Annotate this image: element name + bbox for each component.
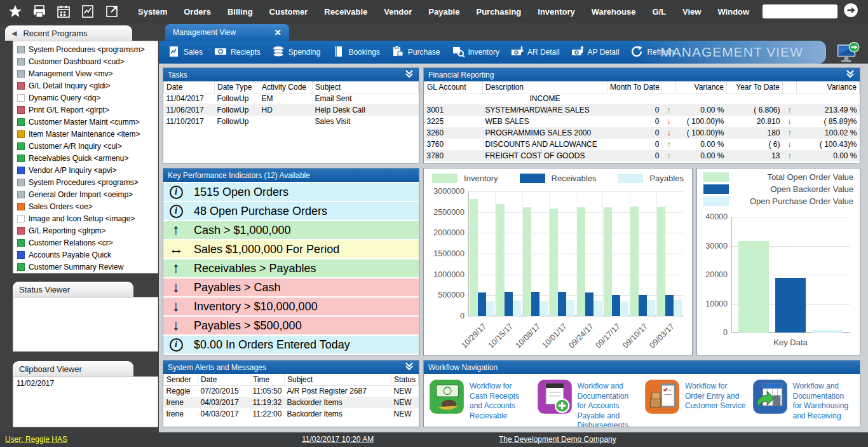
column-header[interactable]: GL Account [424, 81, 483, 93]
recent-program-item[interactable]: System Procedures <programsm> [15, 43, 158, 55]
column-header[interactable]: Year To Date [727, 81, 783, 93]
recent-program-item[interactable]: Customer Relations <cr> [15, 237, 158, 249]
kpi-row[interactable]: ↔Sales $1,000,000 For Period [163, 240, 419, 258]
status-user-link[interactable]: User: Reggie HAS [5, 435, 67, 444]
menu-gl[interactable]: G/L [644, 2, 674, 22]
column-header[interactable]: Date [164, 81, 215, 93]
menu-inventory[interactable]: Inventory [529, 2, 583, 22]
clipboard-viewer-tab[interactable]: Clipboard Viewer [13, 361, 133, 376]
recent-program-item[interactable]: Customer Summary Review [15, 261, 158, 273]
recent-program-item[interactable]: Receivables Quick <armenu> [15, 152, 158, 164]
menu-payable[interactable]: Payable [420, 2, 468, 22]
menu-purchasing[interactable]: Purchasing [468, 2, 529, 22]
sales-button[interactable]: Sales [161, 43, 208, 62]
kpi-row[interactable]: ↑Receivables > Payables [163, 259, 419, 277]
kpi-row[interactable]: ↓Payables > Cash [163, 279, 419, 296]
column-header[interactable]: Variance [797, 81, 860, 93]
column-header[interactable]: Month To Date [607, 81, 662, 93]
recent-program-item[interactable]: Customer Dashboard <cud> [15, 55, 158, 67]
workflow-item[interactable]: Workflow and Documentation for Warehousi… [752, 379, 855, 427]
purchase-button[interactable]: Purchase [386, 43, 446, 62]
column-header[interactable]: Date Type [215, 81, 259, 93]
table-row[interactable]: 3760DISCOUNTS AND ALLOWANCE0↑0.00 %( 6)↓… [424, 139, 860, 150]
column-header[interactable] [783, 81, 797, 93]
column-header[interactable]: Subject [285, 374, 391, 385]
tab-close-icon[interactable]: ✕ [274, 27, 281, 38]
menu-system[interactable]: System [130, 2, 175, 22]
recent-program-item[interactable]: Dynamic Query <dq> [15, 92, 158, 104]
menu-view[interactable]: View [674, 2, 709, 22]
recent-program-item[interactable]: Management View <mv> [15, 67, 158, 79]
menu-receivable[interactable]: Receivable [316, 2, 376, 22]
table-row[interactable]: 3225WEB SALES0↓( 100.00)%20.810↓( 85.89)… [424, 116, 860, 127]
print-icon[interactable] [32, 4, 47, 19]
recent-program-item[interactable]: Accounts Payable Quick [15, 249, 158, 261]
column-header[interactable]: Status [391, 374, 419, 385]
favorites-icon[interactable] [8, 4, 23, 19]
table-row[interactable]: 11/04/2017FollowUpEMEmail Sent [164, 93, 419, 104]
table-row[interactable]: 11/06/2017FollowUpHDHelp Desk Call [164, 104, 419, 116]
recent-program-item[interactable]: Print G/L Report <glrpt> [15, 104, 158, 116]
search-go-button[interactable] [843, 2, 859, 21]
kpi-row[interactable]: ↑Cash > $1,000,000 [163, 221, 419, 239]
column-header[interactable]: Subject [313, 81, 419, 93]
workflow-item[interactable]: Workflow for Order Entry and Customer Se… [644, 379, 747, 427]
ar-detail-button[interactable]: AR Detail [505, 43, 566, 62]
menu-customer[interactable]: Customer [261, 2, 316, 22]
workflow-item[interactable]: Workflow and Documentation for Accounts … [537, 379, 640, 427]
status-viewer-tab[interactable]: Status Viewer [13, 282, 133, 297]
alerts-expand-icon[interactable] [404, 361, 414, 373]
recent-program-item[interactable]: Customer A/R Inquiry <cui> [15, 140, 158, 152]
table-row[interactable]: 11/10/2017FollowUpSales Visit [164, 116, 419, 127]
workflow-item[interactable]: Workflow for Cash Receipts and Accounts … [429, 379, 532, 427]
menu-window[interactable]: Window [709, 2, 757, 22]
kpi-row[interactable]: i$0.00 In Orders Entered Today [163, 336, 419, 354]
receipts-button[interactable]: Reciepts [208, 43, 266, 62]
status-datetime-link[interactable]: 11/02/2017 10:20 AM [302, 435, 374, 444]
recent-program-item[interactable]: Image and Icon Setup <image> [15, 212, 158, 224]
search-input[interactable] [763, 4, 837, 18]
column-header[interactable]: Sender [164, 374, 198, 385]
kpi-row[interactable]: ↓Inventory > $10,000,000 [163, 298, 419, 315]
table-row[interactable]: 3780FREIGHT COST OF GOODS0↑0.00 %13↑0.00… [424, 150, 860, 162]
kpi-row[interactable]: ↓Payables > $500,000 [163, 317, 419, 334]
recent-programs-tab[interactable]: ◀ Recent Programs [5, 25, 132, 41]
menu-billing[interactable]: Billing [219, 2, 261, 22]
status-company-link[interactable]: The Development Demo Company [499, 435, 616, 444]
collapse-sidebar-icon[interactable]: ◀ [11, 29, 17, 38]
tab-management-view[interactable]: Management View ✕ [165, 24, 289, 41]
menu-vendor[interactable]: Vendor [376, 2, 420, 22]
recent-program-item[interactable]: Sales Orders <oe> [15, 200, 158, 212]
recent-program-item[interactable]: G/L Detail Inquiry <gldi> [15, 79, 158, 92]
table-row[interactable]: Irene04/03/201711:19:32Backorder ItemsNE… [164, 397, 419, 408]
column-header[interactable]: Time [250, 374, 285, 385]
column-header[interactable] [662, 81, 676, 93]
report-icon[interactable] [80, 4, 95, 19]
column-header[interactable]: Variance [676, 81, 727, 93]
calendar-icon[interactable] [56, 4, 71, 19]
open-window-icon[interactable] [104, 4, 119, 19]
table-row[interactable]: 4100-70SALES - Safety Clothing0↑0.00 %43… [424, 162, 860, 163]
kpi-row[interactable]: i48 Open Purchase Orders [163, 202, 419, 220]
recent-program-item[interactable]: Vendor A/P Inquiry <apvi> [15, 164, 158, 176]
ap-detail-button[interactable]: AP Detail [566, 43, 625, 62]
recent-program-item[interactable]: General Order Import <oeimp> [15, 188, 158, 200]
menu-warehouse[interactable]: Warehouse [583, 2, 644, 22]
table-row[interactable]: Reggie07/20/201511:05:50A/R Post Registe… [164, 385, 419, 397]
recent-program-item[interactable]: Customer Master Maint <cumm> [15, 116, 158, 128]
tasks-expand-icon[interactable] [404, 69, 414, 81]
spending-button[interactable]: Spending [266, 43, 327, 62]
recent-program-item[interactable]: Item Master Maintenance <item> [15, 128, 158, 140]
column-header[interactable]: Date [198, 374, 250, 385]
table-row[interactable]: Irene04/03/201711:22:00Backorder ItemsNE… [164, 408, 419, 420]
monitor-icon[interactable] [826, 41, 868, 64]
table-row[interactable]: INCOME [424, 93, 860, 104]
column-header[interactable]: Description [483, 81, 607, 93]
bookings-button[interactable]: Bookings [326, 43, 385, 62]
inventory-button[interactable]: Inventory [446, 43, 505, 62]
recent-program-item[interactable]: System Procedures <programs> [15, 176, 158, 188]
recent-program-item[interactable]: G/L Reporting <glrpm> [15, 224, 158, 237]
table-row[interactable]: 3260PROGRAMMIMG SALES 20000↓( 100.00)%18… [424, 127, 860, 139]
financial-expand-icon[interactable] [845, 69, 855, 81]
menu-orders[interactable]: Orders [175, 2, 219, 22]
